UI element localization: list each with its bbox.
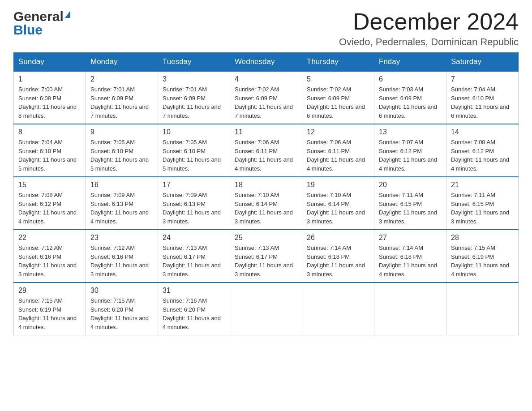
calendar-cell: 22 Sunrise: 7:12 AM Sunset: 6:16 PM Dayl…: [14, 230, 86, 283]
day-info: Sunrise: 7:09 AM Sunset: 6:13 PM Dayligh…: [163, 191, 225, 226]
header-friday: Friday: [374, 53, 446, 72]
day-number: 19: [307, 181, 369, 189]
calendar-cell: 2 Sunrise: 7:01 AM Sunset: 6:09 PM Dayli…: [86, 71, 158, 124]
calendar-cell: 7 Sunrise: 7:04 AM Sunset: 6:10 PM Dayli…: [446, 71, 519, 124]
calendar-cell: 29 Sunrise: 7:15 AM Sunset: 6:19 PM Dayl…: [14, 283, 86, 335]
day-info: Sunrise: 7:06 AM Sunset: 6:11 PM Dayligh…: [235, 138, 297, 173]
calendar-cell: 25 Sunrise: 7:13 AM Sunset: 6:17 PM Dayl…: [230, 230, 302, 283]
logo-general: General: [13, 9, 64, 24]
day-number: 20: [379, 181, 442, 189]
calendar-cell: 4 Sunrise: 7:02 AM Sunset: 6:09 PM Dayli…: [230, 71, 302, 124]
calendar-cell: [302, 283, 374, 335]
location-subtitle: Oviedo, Pedernales, Dominican Republic: [339, 36, 519, 48]
day-info: Sunrise: 7:12 AM Sunset: 6:16 PM Dayligh…: [90, 244, 153, 278]
day-info: Sunrise: 7:03 AM Sunset: 6:09 PM Dayligh…: [379, 85, 442, 120]
header-monday: Monday: [86, 53, 158, 72]
header-sunday: Sunday: [14, 53, 86, 72]
calendar-cell: 11 Sunrise: 7:06 AM Sunset: 6:11 PM Dayl…: [230, 124, 302, 177]
calendar-cell: 12 Sunrise: 7:06 AM Sunset: 6:11 PM Dayl…: [302, 124, 374, 177]
day-info: Sunrise: 7:05 AM Sunset: 6:10 PM Dayligh…: [163, 138, 225, 173]
calendar-cell: 20 Sunrise: 7:11 AM Sunset: 6:15 PM Dayl…: [374, 177, 446, 230]
day-info: Sunrise: 7:01 AM Sunset: 6:09 PM Dayligh…: [90, 85, 153, 120]
calendar-cell: 15 Sunrise: 7:08 AM Sunset: 6:12 PM Dayl…: [14, 177, 86, 230]
day-info: Sunrise: 7:04 AM Sunset: 6:10 PM Dayligh…: [18, 138, 81, 173]
header-tuesday: Tuesday: [158, 53, 230, 72]
day-number: 21: [451, 181, 514, 189]
day-info: Sunrise: 7:13 AM Sunset: 6:17 PM Dayligh…: [235, 244, 297, 278]
day-info: Sunrise: 7:04 AM Sunset: 6:10 PM Dayligh…: [451, 85, 514, 120]
calendar-week-4: 22 Sunrise: 7:12 AM Sunset: 6:16 PM Dayl…: [14, 230, 519, 283]
calendar-cell: [446, 283, 519, 335]
calendar-week-2: 8 Sunrise: 7:04 AM Sunset: 6:10 PM Dayli…: [14, 124, 519, 177]
day-number: 8: [18, 128, 81, 136]
logo-triangle-icon: [65, 11, 70, 18]
calendar-cell: 9 Sunrise: 7:05 AM Sunset: 6:10 PM Dayli…: [86, 124, 158, 177]
weekday-header-row: Sunday Monday Tuesday Wednesday Thursday…: [14, 53, 519, 72]
calendar-cell: 27 Sunrise: 7:14 AM Sunset: 6:18 PM Dayl…: [374, 230, 446, 283]
calendar-cell: 10 Sunrise: 7:05 AM Sunset: 6:10 PM Dayl…: [158, 124, 230, 177]
page-header: General Blue December 2024 Oviedo, Peder…: [13, 9, 519, 48]
day-number: 31: [163, 287, 225, 295]
calendar-cell: [230, 283, 302, 335]
day-info: Sunrise: 7:05 AM Sunset: 6:10 PM Dayligh…: [90, 138, 153, 173]
day-info: Sunrise: 7:10 AM Sunset: 6:14 PM Dayligh…: [235, 191, 297, 226]
day-number: 22: [18, 234, 81, 242]
calendar-week-1: 1 Sunrise: 7:00 AM Sunset: 6:08 PM Dayli…: [14, 71, 519, 124]
calendar-cell: 14 Sunrise: 7:08 AM Sunset: 6:12 PM Dayl…: [446, 124, 519, 177]
calendar-cell: 5 Sunrise: 7:02 AM Sunset: 6:09 PM Dayli…: [302, 71, 374, 124]
day-info: Sunrise: 7:12 AM Sunset: 6:16 PM Dayligh…: [18, 244, 81, 278]
day-number: 24: [163, 234, 225, 242]
day-info: Sunrise: 7:07 AM Sunset: 6:12 PM Dayligh…: [379, 138, 442, 173]
day-number: 25: [235, 234, 297, 242]
calendar-cell: 19 Sunrise: 7:10 AM Sunset: 6:14 PM Dayl…: [302, 177, 374, 230]
day-number: 12: [307, 128, 369, 136]
day-number: 18: [235, 181, 297, 189]
calendar-cell: 16 Sunrise: 7:09 AM Sunset: 6:13 PM Dayl…: [86, 177, 158, 230]
calendar-cell: 30 Sunrise: 7:15 AM Sunset: 6:20 PM Dayl…: [86, 283, 158, 335]
day-number: 4: [235, 75, 297, 83]
calendar-cell: 18 Sunrise: 7:10 AM Sunset: 6:14 PM Dayl…: [230, 177, 302, 230]
day-info: Sunrise: 7:00 AM Sunset: 6:08 PM Dayligh…: [18, 85, 81, 120]
day-info: Sunrise: 7:01 AM Sunset: 6:09 PM Dayligh…: [163, 85, 225, 120]
day-number: 26: [307, 234, 369, 242]
logo: General Blue: [13, 9, 70, 38]
day-info: Sunrise: 7:15 AM Sunset: 6:19 PM Dayligh…: [18, 296, 81, 331]
calendar-cell: 23 Sunrise: 7:12 AM Sunset: 6:16 PM Dayl…: [86, 230, 158, 283]
day-info: Sunrise: 7:13 AM Sunset: 6:17 PM Dayligh…: [163, 244, 225, 278]
day-number: 29: [18, 287, 81, 295]
day-number: 28: [451, 234, 514, 242]
day-info: Sunrise: 7:14 AM Sunset: 6:18 PM Dayligh…: [307, 244, 369, 278]
calendar-cell: 28 Sunrise: 7:15 AM Sunset: 6:19 PM Dayl…: [446, 230, 519, 283]
calendar-cell: 21 Sunrise: 7:11 AM Sunset: 6:15 PM Dayl…: [446, 177, 519, 230]
header-saturday: Saturday: [446, 53, 519, 72]
day-number: 27: [379, 234, 442, 242]
day-number: 14: [451, 128, 514, 136]
calendar-week-5: 29 Sunrise: 7:15 AM Sunset: 6:19 PM Dayl…: [14, 283, 519, 335]
calendar-cell: 13 Sunrise: 7:07 AM Sunset: 6:12 PM Dayl…: [374, 124, 446, 177]
calendar-cell: [374, 283, 446, 335]
day-number: 6: [379, 75, 442, 83]
calendar-cell: 3 Sunrise: 7:01 AM Sunset: 6:09 PM Dayli…: [158, 71, 230, 124]
day-number: 13: [379, 128, 442, 136]
calendar-cell: 24 Sunrise: 7:13 AM Sunset: 6:17 PM Dayl…: [158, 230, 230, 283]
calendar-cell: 26 Sunrise: 7:14 AM Sunset: 6:18 PM Dayl…: [302, 230, 374, 283]
calendar-week-3: 15 Sunrise: 7:08 AM Sunset: 6:12 PM Dayl…: [14, 177, 519, 230]
calendar-table: Sunday Monday Tuesday Wednesday Thursday…: [13, 52, 519, 335]
day-info: Sunrise: 7:11 AM Sunset: 6:15 PM Dayligh…: [451, 191, 514, 226]
day-number: 11: [235, 128, 297, 136]
day-number: 9: [90, 128, 153, 136]
day-number: 1: [18, 75, 81, 83]
title-block: December 2024 Oviedo, Pedernales, Domini…: [339, 9, 519, 48]
day-info: Sunrise: 7:16 AM Sunset: 6:20 PM Dayligh…: [163, 296, 225, 331]
day-info: Sunrise: 7:02 AM Sunset: 6:09 PM Dayligh…: [235, 85, 297, 120]
calendar-cell: 17 Sunrise: 7:09 AM Sunset: 6:13 PM Dayl…: [158, 177, 230, 230]
day-number: 30: [90, 287, 153, 295]
day-number: 3: [163, 75, 225, 83]
header-thursday: Thursday: [302, 53, 374, 72]
day-number: 2: [90, 75, 153, 83]
logo-blue: Blue: [13, 22, 43, 38]
day-number: 16: [90, 181, 153, 189]
day-number: 15: [18, 181, 81, 189]
day-info: Sunrise: 7:08 AM Sunset: 6:12 PM Dayligh…: [451, 138, 514, 173]
calendar-cell: 1 Sunrise: 7:00 AM Sunset: 6:08 PM Dayli…: [14, 71, 86, 124]
